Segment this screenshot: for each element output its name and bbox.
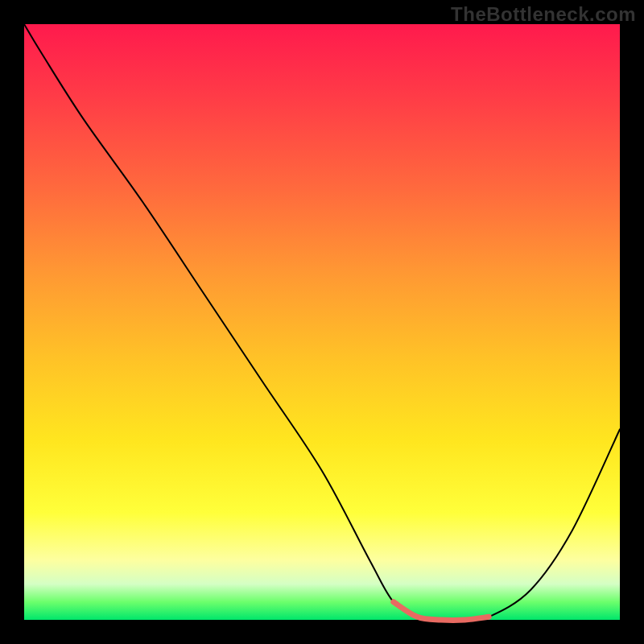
bottleneck-curve xyxy=(24,24,620,620)
watermark-text: TheBottleneck.com xyxy=(451,3,636,26)
gradient-plot-area xyxy=(24,24,620,620)
curve-layer xyxy=(24,24,620,620)
chart-frame: TheBottleneck.com xyxy=(0,0,644,644)
highlight-segment xyxy=(394,602,489,621)
